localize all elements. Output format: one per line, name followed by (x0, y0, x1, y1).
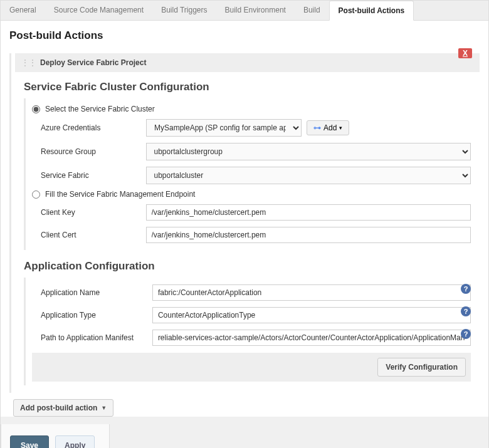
tab-triggers[interactable]: Build Triggers (152, 1, 216, 20)
help-icon[interactable]: ? (461, 306, 471, 316)
select-resource-group[interactable]: ubportalclustergroup (146, 143, 471, 160)
help-icon[interactable]: ? (461, 329, 471, 339)
add-post-build-action-button[interactable]: Add post-build action▼ (13, 399, 113, 417)
tab-general[interactable]: General (1, 1, 45, 20)
chevron-down-icon: ▼ (101, 405, 107, 411)
apply-button[interactable]: Apply (55, 435, 95, 448)
radio-fill-label: Fill the Service Fabric Management Endpo… (45, 190, 195, 199)
tab-bar: General Source Code Management Build Tri… (1, 1, 488, 21)
label-rg: Resource Group (41, 147, 141, 156)
save-button[interactable]: Save (10, 435, 49, 448)
label-sf: Service Fabric (41, 171, 141, 180)
label-azure: Azure Credentials (41, 123, 141, 132)
input-manifest-path[interactable] (152, 330, 471, 346)
input-app-name[interactable] (152, 284, 471, 301)
tab-build[interactable]: Build (295, 1, 329, 20)
input-client-cert[interactable] (146, 227, 471, 243)
label-app-type: Application Type (41, 311, 147, 320)
input-client-key[interactable] (146, 204, 471, 221)
grip-icon[interactable]: ⋮⋮ (21, 58, 36, 67)
tab-scm[interactable]: Source Code Management (45, 1, 152, 20)
footer-actions: Save Apply (1, 424, 110, 448)
page-title: Post-build Actions (9, 29, 480, 42)
add-credentials-button[interactable]: ⊶Add▾ (307, 120, 349, 135)
post-build-title: Deploy Service Fabric Project (40, 58, 146, 67)
key-icon: ⊶ (313, 123, 321, 132)
select-azure-credentials[interactable]: MySampleApp (SP config for sample app) (146, 119, 302, 137)
label-client-cert: Client Cert (41, 231, 141, 239)
help-icon[interactable]: ? (461, 284, 471, 294)
close-button[interactable]: X (458, 48, 472, 58)
input-app-type[interactable] (152, 307, 471, 323)
radio-select-cluster[interactable] (32, 105, 40, 113)
post-build-header: ⋮⋮ Deploy Service Fabric Project X (15, 53, 480, 72)
radio-fill-endpoint[interactable] (32, 190, 40, 199)
verify-configuration-button[interactable]: Verify Configuration (377, 358, 466, 377)
label-app-name: Application Name (41, 288, 147, 297)
label-manifest-path: Path to Application Manifest (41, 333, 147, 342)
sfc-heading: Service Fabric Cluster Configuration (24, 81, 471, 93)
ac-heading: Application Configuration (24, 260, 471, 273)
radio-select-label: Select the Service Fabric Cluster (45, 105, 155, 113)
tab-env[interactable]: Build Environment (216, 1, 295, 20)
tab-post-build[interactable]: Post-build Actions (329, 1, 414, 21)
select-service-fabric[interactable]: ubportalcluster (146, 167, 471, 184)
chevron-down-icon: ▾ (339, 125, 342, 131)
label-client-key: Client Key (41, 208, 141, 217)
